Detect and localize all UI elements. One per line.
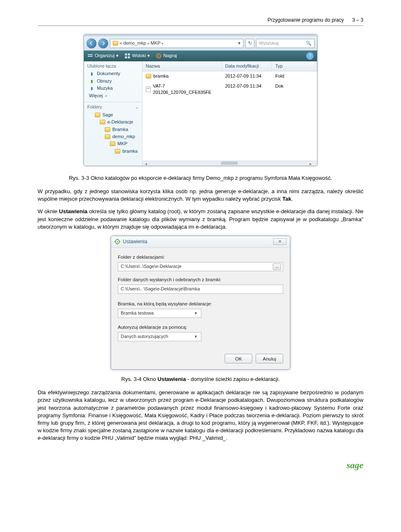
sidebar-folders-title: Foldery xyxy=(87,104,102,110)
sidebar-favorites-title: Ulubione łącza xyxy=(87,63,139,69)
sidebar-item-pictures[interactable]: ▮ Obrazy xyxy=(87,78,139,85)
explorer-navbar: « demo_mkp ▸ MKP ▸ ▾ ↻ Wyszukaj 🔍 xyxy=(84,36,317,50)
auth-value: Danych autoryzujących xyxy=(121,333,193,340)
tree-node-mkp[interactable]: MKP xyxy=(95,140,139,147)
folder-icon xyxy=(100,120,105,124)
folder-icon xyxy=(95,113,100,117)
path-seg1: demo_mkp xyxy=(123,40,146,46)
text-bold: Tak xyxy=(282,196,291,202)
sage-logo: sage xyxy=(38,459,363,472)
settings-body: Folder z deklaracjami: C:\Users\..\Sage\… xyxy=(111,248,290,352)
explorer-body: Ulubione łącza ▮ Dokumenty ▮ Obrazy ▮ Mu… xyxy=(84,61,317,166)
horizontal-scrollbar[interactable]: ◂ ▸ xyxy=(142,161,317,166)
sidebar-item-label: Obrazy xyxy=(97,78,112,84)
file-date: 2012-07-09 11:34 xyxy=(222,82,272,97)
folder-icon xyxy=(105,127,110,132)
file-type: Dok xyxy=(272,82,317,97)
settings-titlebar: Ustawienia ✕ xyxy=(111,236,290,248)
bramka-select-label: Bramka, na którą będą wysyłane deklaracj… xyxy=(118,300,283,307)
auth-select[interactable]: Danych autoryzujących ▾ xyxy=(118,332,201,341)
table-row[interactable]: bramka 2012-07-09 11:34 Fold xyxy=(142,71,317,81)
settings-title: Ustawienia xyxy=(123,238,271,245)
settings-window: Ustawienia ✕ Folder z deklaracjami: C:\U… xyxy=(111,236,290,370)
organize-button[interactable]: Organizuj ▾ xyxy=(87,53,119,59)
scroll-left-icon[interactable]: ◂ xyxy=(145,161,150,165)
chevron-down-icon[interactable]: ▾ xyxy=(238,40,241,46)
sidebar-item-documents[interactable]: ▮ Dokumenty xyxy=(87,70,139,77)
folder-bramka-input[interactable]: C:\Users\.. \Sage\e-Deklaracje\Bramka xyxy=(118,285,283,294)
text: W oknie xyxy=(38,208,59,214)
burn-button[interactable]: Nagraj xyxy=(156,53,177,59)
sidebar-item-label: Więcej xyxy=(89,93,103,99)
path-separator-icon: ▸ xyxy=(162,40,164,46)
file-type: Fold xyxy=(272,72,317,80)
address-bar[interactable]: « demo_mkp ▸ MKP ▸ ▾ xyxy=(110,39,244,48)
nav-forward-button[interactable] xyxy=(98,38,108,48)
auth-select-label: Autoryzuj deklaracje za pomocą: xyxy=(118,324,283,330)
sidebar-item-label: Dokumenty xyxy=(97,71,120,77)
bramka-select[interactable]: Bramka testowa ▾ xyxy=(118,309,201,318)
paragraph-3: Dla efektywniejszego zarządzania dokumen… xyxy=(38,389,363,442)
chevron-down-icon[interactable]: ⌄ xyxy=(135,104,139,110)
organize-icon xyxy=(87,53,93,59)
ok-button[interactable]: OK xyxy=(225,354,252,363)
text-bold: Ustawienia xyxy=(157,376,186,382)
folder-decl-label: Folder z deklaracjami: xyxy=(118,254,283,260)
tree-node-edeklaracje[interactable]: e-Deklaracje xyxy=(95,119,139,126)
text: . xyxy=(291,196,293,202)
file-list-pane: Nazwa Data modyfikacji Typ bramka 2012-0… xyxy=(142,61,317,166)
folder-icon xyxy=(113,41,118,45)
svg-rect-4 xyxy=(125,56,127,58)
scrollbar-thumb[interactable] xyxy=(221,161,238,165)
text-bold: Ustawienia xyxy=(59,208,87,214)
refresh-button[interactable]: ↻ xyxy=(245,39,254,48)
text: - domyślne ścieżki zapisu e-deklaracji. xyxy=(186,376,280,382)
svg-rect-5 xyxy=(128,56,130,58)
burn-icon xyxy=(156,53,162,59)
sidebar-item-more[interactable]: Więcej » xyxy=(87,92,139,99)
nav-back-button[interactable] xyxy=(86,38,96,48)
chevron-down-icon: ▾ xyxy=(193,333,199,340)
path-root-marker: « xyxy=(119,40,122,46)
column-name[interactable]: Nazwa xyxy=(142,61,222,71)
svg-point-7 xyxy=(158,55,160,56)
search-icon: 🔍 xyxy=(306,40,312,46)
column-type[interactable]: Typ xyxy=(272,61,317,71)
browse-button[interactable]: ... xyxy=(273,263,281,270)
folder-decl-input[interactable]: C:\Users\..\Sage\e-Deklaracje ... xyxy=(118,262,283,271)
folder-tree: Sage e-Deklaracje Bramka demo_mkp MKP br… xyxy=(87,111,139,155)
document-icon xyxy=(146,86,151,92)
header-page-number: 3 – 3 xyxy=(352,17,363,23)
tree-node-sage[interactable]: Sage xyxy=(95,111,139,119)
text: W przypadku, gdy z jednego stanowiska ko… xyxy=(38,188,363,202)
file-name: VAT-7 201206_120709_CFE835FE xyxy=(153,83,218,96)
column-date[interactable]: Data modyfikacji xyxy=(222,61,272,71)
header-title: Przygotowanie programu do pracy xyxy=(268,17,344,23)
views-button[interactable]: Widoki ▾ xyxy=(124,53,150,59)
bramka-value: Bramka testowa xyxy=(121,310,193,316)
chevron-down-icon: ▾ xyxy=(116,53,119,59)
tree-node-demo-mkp[interactable]: demo_mkp xyxy=(95,133,139,140)
chevron-down-icon: ▾ xyxy=(147,53,150,59)
svg-rect-0 xyxy=(88,54,93,55)
tree-label: bramka xyxy=(122,148,138,154)
views-label: Widoki xyxy=(132,53,146,59)
explorer-window: « demo_mkp ▸ MKP ▸ ▾ ↻ Wyszukaj 🔍 Organi… xyxy=(84,34,317,166)
close-button[interactable]: ✕ xyxy=(273,238,287,245)
tree-node-bramka-sub[interactable]: bramka xyxy=(95,148,139,155)
folder-icon xyxy=(115,149,120,154)
scroll-right-icon[interactable]: ▸ xyxy=(310,161,315,165)
sidebar-item-music[interactable]: ▮ Muzyka xyxy=(87,85,139,92)
explorer-sidebar: Ulubione łącza ▮ Dokumenty ▮ Obrazy ▮ Mu… xyxy=(84,61,142,166)
folder-icon xyxy=(146,74,151,78)
table-row[interactable]: VAT-7 201206_120709_CFE835FE 2012-07-09 … xyxy=(142,81,317,98)
paragraph-2: W oknie Ustawienia określa się tylko głó… xyxy=(38,208,363,231)
tree-node-bramka[interactable]: Bramka xyxy=(95,126,139,133)
cancel-button[interactable]: Anuluj xyxy=(256,354,283,363)
folder-icon xyxy=(110,141,115,146)
organize-label: Organizuj xyxy=(95,53,114,59)
path-separator-icon: ▸ xyxy=(147,40,150,46)
help-button[interactable]: ? xyxy=(306,52,314,60)
search-input[interactable]: Wyszukaj 🔍 xyxy=(256,39,315,48)
svg-rect-2 xyxy=(125,53,127,55)
